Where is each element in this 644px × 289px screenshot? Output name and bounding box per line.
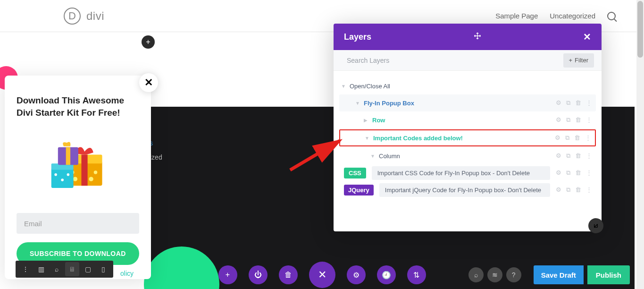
layers-panel-title: Layers	[344, 32, 371, 42]
chevron-down-icon: ▼	[370, 153, 375, 159]
canvas-text-fragment: ized	[150, 153, 162, 161]
save-draft-button[interactable]: Save Draft	[534, 265, 584, 284]
popup-close-button[interactable]: ✕	[139, 73, 158, 92]
logo-icon: D	[64, 8, 81, 25]
publish-button[interactable]: Publish	[587, 265, 630, 284]
duplicate-icon[interactable]: ⧉	[565, 134, 569, 142]
duplicate-icon[interactable]: ⧉	[566, 152, 570, 160]
layer-actions: ⚙ ⧉ 🗑 ⋮	[556, 116, 592, 124]
gear-icon[interactable]: ⚙	[555, 134, 560, 142]
layers-search-row: +Filter	[334, 50, 602, 71]
chevron-down-icon: ▼	[341, 84, 346, 89]
bottom-center-actions: + ⏻ 🗑 ✕ ⚙ 🕘 ⇅	[218, 262, 426, 288]
settings-button[interactable]: ⚙	[347, 265, 366, 284]
svg-point-4	[89, 177, 93, 181]
svg-point-10	[61, 178, 64, 181]
email-field[interactable]	[17, 213, 139, 234]
close-builder-button[interactable]: ✕	[309, 262, 335, 288]
duplicate-icon[interactable]: ⧉	[566, 169, 570, 177]
nav-uncategorized[interactable]: Uncategorized	[550, 12, 595, 20]
gear-icon[interactable]: ⚙	[556, 99, 561, 107]
gift-image	[33, 130, 123, 201]
duplicate-icon[interactable]: ⧉	[566, 186, 570, 194]
layer-row[interactable]: ▶ Row ⚙ ⧉ 🗑 ⋮	[339, 111, 596, 128]
trash-icon[interactable]: 🗑	[575, 99, 581, 107]
page-scrollbar-thumb[interactable]	[637, 1, 643, 58]
trash-icon[interactable]: 🗑	[575, 116, 581, 124]
builder-bottom-bar: + ⏻ 🗑 ✕ ⚙ 🕘 ⇅ ⌕ ≋ ? Save Draft Publish	[0, 261, 644, 289]
layer-actions: ⚙ ⧉ 🗑 ⋮	[556, 186, 592, 194]
layers-icon[interactable]: ≋	[487, 267, 502, 282]
layer-actions: ⚙ ⧉ 🗑 ⋮	[555, 134, 591, 142]
layer-important-codes[interactable]: ▼ Important Codes added below! ⚙ ⧉ 🗑 ⋮	[339, 129, 596, 146]
logo[interactable]: D divi	[64, 8, 104, 25]
svg-rect-13	[66, 147, 70, 165]
trash-icon[interactable]: 🗑	[575, 186, 581, 194]
help-icon[interactable]: ?	[506, 267, 521, 282]
page-scrollbar[interactable]	[636, 0, 644, 289]
layer-actions: ⚙ ⧉ 🗑 ⋮	[556, 152, 592, 160]
add-section-button[interactable]: +	[142, 35, 155, 49]
trash-icon[interactable]: 🗑	[574, 134, 580, 142]
layers-search-input[interactable]	[347, 57, 563, 64]
bottom-right-actions: ⌕ ≋ ? Save Draft Publish	[468, 265, 630, 284]
svg-point-11	[67, 173, 70, 176]
find-icon[interactable]: ⌕	[468, 267, 484, 282]
gear-icon[interactable]: ⚙	[556, 116, 561, 124]
layers-tree: ▼ Open/Close All ▼ Fly-In Popup Box ⚙ ⧉ …	[334, 71, 602, 205]
layer-css-code[interactable]: CSS Important CSS Code for Fly-In Popup …	[339, 164, 596, 181]
svg-point-9	[54, 173, 57, 176]
open-close-all[interactable]: ▼ Open/Close All	[339, 77, 596, 94]
more-icon[interactable]: ⋮	[586, 186, 592, 194]
more-icon[interactable]: ⋮	[586, 152, 592, 160]
more-icon[interactable]: ⋮	[586, 169, 592, 177]
more-icon[interactable]: ⋮	[586, 116, 592, 124]
trash-button[interactable]: 🗑	[279, 265, 298, 284]
svg-rect-7	[51, 168, 74, 188]
resize-handle[interactable]	[588, 218, 603, 233]
layer-column[interactable]: ▼ Column ⚙ ⧉ 🗑 ⋮	[339, 147, 596, 164]
more-icon[interactable]: ⋮	[586, 99, 592, 107]
trash-icon[interactable]: 🗑	[575, 152, 581, 160]
svg-point-6	[94, 171, 98, 175]
layers-close-button[interactable]: ✕	[583, 31, 591, 42]
sort-icon[interactable]: ⇅	[407, 265, 426, 284]
trash-icon[interactable]: 🗑	[575, 169, 581, 177]
duplicate-icon[interactable]: ⧉	[566, 116, 570, 124]
history-button[interactable]: 🕘	[377, 265, 396, 284]
gear-icon[interactable]: ⚙	[556, 152, 561, 160]
nav-sample-page[interactable]: Sample Page	[495, 12, 538, 20]
primary-nav: Sample Page Uncategorized	[495, 12, 616, 20]
gear-icon[interactable]: ⚙	[556, 169, 561, 177]
move-icon[interactable]	[474, 32, 481, 42]
starter-kit-popup: Download This Awesome Divi Starter Kit F…	[5, 76, 151, 279]
layer-actions: ⚙ ⧉ 🗑 ⋮	[556, 169, 592, 177]
svg-point-3	[73, 177, 77, 181]
more-icon[interactable]: ⋮	[585, 134, 591, 142]
css-code-label: Important CSS Code for Fly-In Popup box …	[372, 166, 550, 180]
svg-rect-2	[82, 155, 88, 186]
filter-button[interactable]: +Filter	[563, 53, 594, 68]
add-button[interactable]: +	[218, 265, 237, 284]
jquery-code-label: Important jQuery Code for Fly-In Popup b…	[379, 183, 550, 197]
chevron-down-icon: ▼	[355, 101, 360, 106]
chevron-down-icon: ▼	[365, 136, 369, 141]
search-icon[interactable]	[607, 12, 616, 20]
layer-actions: ⚙ ⧉ 🗑 ⋮	[556, 99, 592, 107]
layer-jquery-code[interactable]: JQuery Important jQuery Code for Fly-In …	[339, 181, 596, 198]
duplicate-icon[interactable]: ⧉	[566, 99, 570, 107]
popup-title: Download This Awesome Divi Starter Kit F…	[17, 94, 139, 119]
jquery-badge: JQuery	[344, 185, 374, 196]
power-icon[interactable]: ⏻	[249, 265, 268, 284]
css-badge: CSS	[344, 168, 366, 178]
logo-text: divi	[86, 9, 104, 23]
gear-icon[interactable]: ⚙	[556, 186, 561, 194]
chevron-right-icon: ▶	[364, 118, 368, 123]
layers-panel: Layers ✕ +Filter ▼ Open/Close All ▼ Fly-…	[334, 24, 602, 231]
layers-panel-header[interactable]: Layers ✕	[334, 24, 602, 50]
layer-flyin-popup[interactable]: ▼ Fly-In Popup Box ⚙ ⧉ 🗑 ⋮	[339, 94, 596, 111]
